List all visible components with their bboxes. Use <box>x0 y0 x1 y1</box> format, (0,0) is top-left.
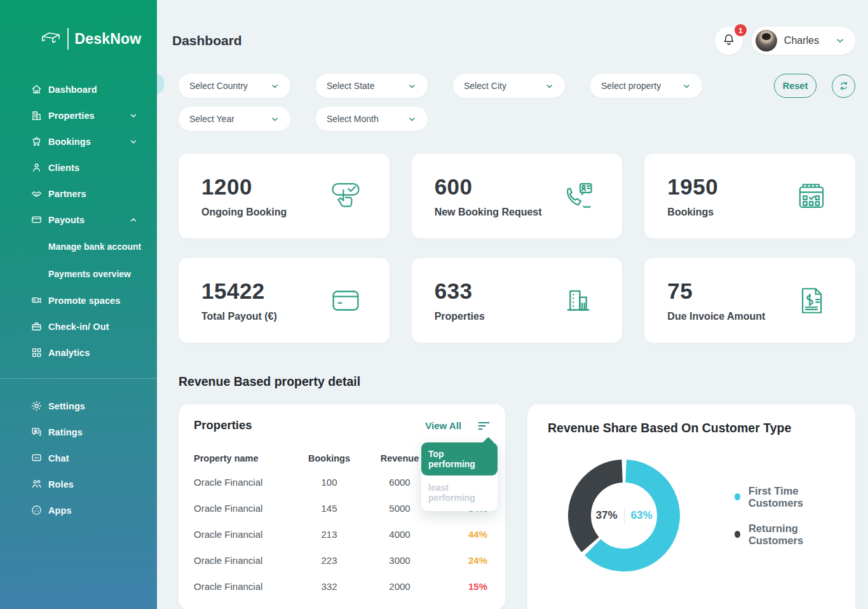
stat-card-properties: 633 Properties <box>412 258 623 343</box>
user-name: Charles <box>784 35 819 46</box>
sidebar: DeskNow Dashboard Properties Bookings <box>0 0 157 609</box>
sort-icon[interactable] <box>478 420 490 430</box>
buildings-icon <box>560 282 597 319</box>
legend-item-first-time: First Time Customers <box>735 485 835 509</box>
sidebar-subitem-payments-overview[interactable]: Payments overview <box>0 260 157 287</box>
sidebar-item-roles[interactable]: Roles <box>0 471 157 497</box>
select-month-dropdown[interactable]: Select Month <box>316 107 428 131</box>
center-divider <box>624 507 625 524</box>
sidebar-item-settings[interactable]: Settings <box>0 393 157 419</box>
sidebar-item-dashboard[interactable]: Dashboard <box>0 76 157 102</box>
chevron-down-icon <box>270 114 280 124</box>
stat-card-ongoing-booking: 1200 Ongoing Booking <box>179 154 390 238</box>
desk-logo-icon <box>41 31 61 47</box>
sidebar-item-chat[interactable]: Chat <box>0 445 157 471</box>
stats-grid: 1200 Ongoing Booking 600 New Booking Req… <box>179 154 855 343</box>
bottom-row: Properties View All Property name Bookin… <box>179 404 855 609</box>
stat-card-new-booking-request: 600 New Booking Request <box>412 154 623 238</box>
donut-center-labels: 37% 63% <box>555 447 693 584</box>
bookings-icon <box>30 135 43 148</box>
properties-card-title: Properties <box>194 418 252 432</box>
ratings-icon <box>30 426 43 439</box>
legend-dot <box>735 531 740 538</box>
home-icon <box>30 83 43 96</box>
sidebar-item-apps[interactable]: Apps <box>0 497 157 523</box>
chevron-down-icon <box>545 81 554 91</box>
checkin-icon <box>30 320 43 333</box>
sidebar-item-promote-spaces[interactable]: Promote spaces <box>0 287 157 313</box>
sidebar-item-payouts[interactable]: Payouts <box>0 207 157 233</box>
chevron-down-icon <box>407 114 417 124</box>
sidebar-item-bookings[interactable]: Bookings <box>0 128 157 154</box>
stat-card-bookings: 1950 Bookings <box>644 154 855 238</box>
select-city-dropdown[interactable]: Select City <box>453 74 565 98</box>
user-menu[interactable]: Charles <box>752 27 855 55</box>
sidebar-item-clients[interactable]: Clients <box>0 154 157 181</box>
avatar <box>756 30 777 51</box>
topbar: Dashboard 1 Charles <box>179 27 855 55</box>
app-name: DeskNow <box>75 31 142 48</box>
legend-dot <box>735 493 740 500</box>
sidebar-nav: Dashboard Properties Bookings Clients <box>0 76 157 523</box>
chat-icon <box>30 452 43 465</box>
select-state-dropdown[interactable]: Select State <box>316 74 428 98</box>
chevron-up-icon <box>129 216 138 224</box>
logo-divider <box>67 28 69 50</box>
gear-icon <box>30 400 43 413</box>
chevron-down-icon <box>270 81 280 91</box>
select-property-dropdown[interactable]: Select property <box>590 74 702 98</box>
promote-icon <box>30 294 43 307</box>
notification-badge: 1 <box>735 24 747 36</box>
select-country-dropdown[interactable]: Select Country <box>179 74 290 98</box>
chevron-down-icon <box>682 81 691 91</box>
table-row: Oracle Financial 223 3000 24% <box>194 547 490 573</box>
chart-body: 37% 63% First Time Customers Returning C… <box>548 447 835 584</box>
payouts-icon <box>30 214 43 226</box>
sidebar-divider <box>0 378 157 379</box>
sidebar-item-checkin-out[interactable]: Check-in/ Out <box>0 313 157 339</box>
app-logo: DeskNow <box>41 28 157 50</box>
booking-click-icon <box>327 178 364 215</box>
refresh-button[interactable] <box>832 74 855 98</box>
select-year-dropdown[interactable]: Select Year <box>179 107 290 131</box>
chart-title: Revenue Share Based On Customer Type <box>548 421 835 435</box>
client-icon <box>30 161 43 174</box>
stat-card-due-invoice: 75 Due Invoice Amount <box>644 258 855 343</box>
table-row: Oracle Financial 332 2000 15% <box>194 573 490 599</box>
sort-option-least-performing[interactable]: least performing <box>421 476 498 511</box>
bell-icon <box>722 32 736 49</box>
notifications-button[interactable]: 1 <box>715 27 743 55</box>
chevron-down-icon <box>835 36 845 46</box>
topbar-right: 1 Charles <box>715 27 855 55</box>
analytics-icon <box>30 346 43 359</box>
page-title: Dashboard <box>172 33 242 48</box>
sidebar-item-ratings[interactable]: Ratings <box>0 419 157 445</box>
building-icon <box>30 109 43 122</box>
sidebar-item-partners[interactable]: Partners <box>0 181 157 207</box>
sort-option-top-performing[interactable]: Top performing <box>421 442 498 476</box>
properties-card-header: Properties View All <box>194 418 490 432</box>
filters-actions: Reset <box>774 74 855 98</box>
sidebar-item-analytics[interactable]: Analytics <box>0 339 157 366</box>
invoice-icon <box>793 282 830 319</box>
chevron-down-icon <box>129 137 138 146</box>
reset-button[interactable]: Reset <box>774 74 817 98</box>
chart-legend: First Time Customers Returning Customers <box>735 485 835 547</box>
calendar-check-icon <box>793 178 830 215</box>
partners-icon <box>30 188 43 200</box>
view-all-link[interactable]: View All <box>425 420 461 431</box>
main-content: Dashboard 1 Charles Select Country Sel <box>157 0 868 609</box>
filters-row-1: Select Country Select State Select City … <box>179 74 855 98</box>
table-row: Oracle Financial 213 4000 44% <box>194 521 490 547</box>
donut-chart: 37% 63% <box>555 447 693 584</box>
sidebar-subitem-manage-bank-account[interactable]: Manage bank account <box>0 233 157 260</box>
legend-item-returning: Returning Customers <box>735 523 835 547</box>
stat-card-total-payout: 15422 Total Payout (€) <box>179 258 390 343</box>
section-title: Revenue Based property detail <box>179 374 855 389</box>
sort-dropdown: Top performing least performing <box>421 442 498 511</box>
credit-card-icon <box>327 282 364 319</box>
phone-contact-icon <box>560 178 597 215</box>
chevron-down-icon <box>129 111 138 120</box>
refresh-icon <box>838 80 850 92</box>
sidebar-item-properties[interactable]: Properties <box>0 102 157 128</box>
